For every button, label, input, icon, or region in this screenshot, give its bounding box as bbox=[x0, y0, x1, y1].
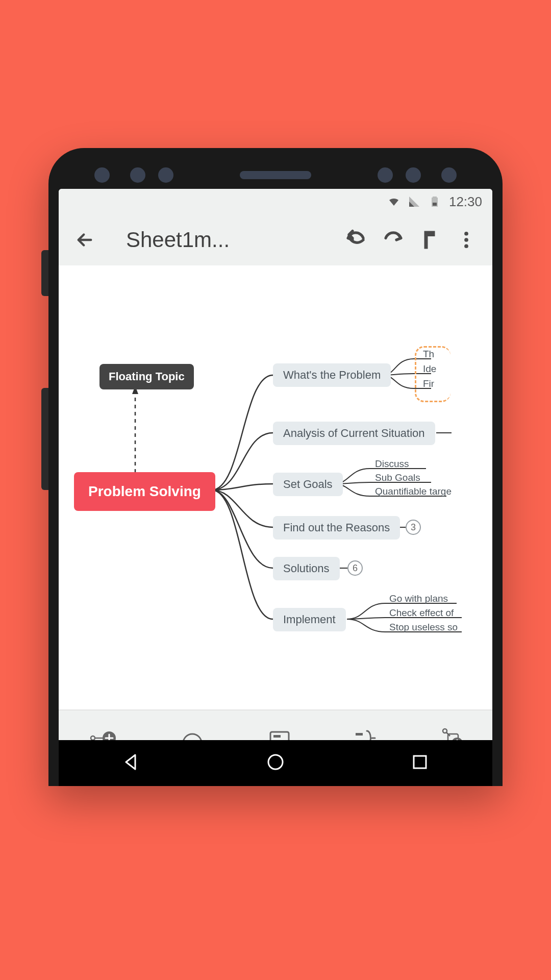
more-button[interactable] bbox=[456, 229, 477, 251]
undo-button[interactable] bbox=[345, 229, 367, 251]
battery-icon bbox=[429, 195, 441, 208]
leaf-node[interactable]: Check effect of bbox=[389, 607, 454, 619]
leaf-node[interactable]: Ide bbox=[423, 363, 436, 375]
wifi-icon bbox=[388, 195, 400, 208]
nav-recents-button[interactable] bbox=[409, 751, 431, 775]
mindmap-canvas[interactable]: Floating Topic Problem Solving What's th… bbox=[59, 265, 492, 709]
count-badge[interactable]: 6 bbox=[347, 560, 363, 576]
floating-topic-node[interactable]: Floating Topic bbox=[99, 364, 194, 389]
redo-button[interactable] bbox=[382, 229, 404, 251]
phone-frame: 12:30 Sheet1m... bbox=[48, 148, 503, 786]
svg-rect-23 bbox=[273, 735, 281, 738]
svg-rect-24 bbox=[356, 733, 363, 736]
count-badge[interactable]: 3 bbox=[406, 520, 421, 535]
phone-sensor bbox=[130, 167, 145, 183]
leaf-node[interactable]: Sub Goals bbox=[375, 472, 420, 483]
root-node[interactable]: Problem Solving bbox=[74, 472, 215, 511]
leaf-node[interactable]: Discuss bbox=[375, 458, 409, 470]
svg-point-2 bbox=[464, 244, 468, 248]
back-button[interactable] bbox=[74, 229, 95, 251]
document-title: Sheet1m... bbox=[126, 228, 330, 252]
svg-point-17 bbox=[91, 736, 95, 740]
phone-sensor bbox=[406, 167, 421, 183]
leaf-node[interactable]: Go with plans bbox=[389, 593, 448, 604]
nav-back-button[interactable] bbox=[120, 751, 142, 775]
leaf-node[interactable]: Th bbox=[423, 349, 434, 360]
branch-node[interactable]: Set Goals bbox=[273, 473, 343, 496]
phone-sensor bbox=[94, 167, 110, 183]
svg-point-1 bbox=[464, 238, 468, 242]
phone-sensor bbox=[441, 167, 457, 183]
branch-node[interactable]: Find out the Reasons bbox=[273, 516, 400, 540]
branch-node[interactable]: What's the Problem bbox=[273, 363, 391, 387]
signal-icon bbox=[408, 195, 420, 208]
status-time: 12:30 bbox=[449, 194, 482, 210]
phone-sensor bbox=[158, 167, 173, 183]
leaf-node[interactable]: Fir bbox=[423, 378, 434, 389]
svg-rect-30 bbox=[414, 756, 426, 768]
phone-sensor bbox=[378, 167, 393, 183]
leaf-node[interactable]: Stop useless so bbox=[389, 622, 458, 633]
branch-node[interactable]: Solutions bbox=[273, 557, 340, 580]
format-button[interactable] bbox=[419, 229, 440, 251]
branch-node[interactable]: Implement bbox=[273, 608, 346, 631]
app-bar: Sheet1m... bbox=[59, 214, 492, 265]
leaf-node[interactable]: Quantifiable targe bbox=[375, 486, 452, 497]
android-nav-bar bbox=[59, 740, 492, 786]
svg-point-26 bbox=[443, 729, 447, 733]
status-bar: 12:30 bbox=[59, 189, 492, 214]
nav-home-button[interactable] bbox=[264, 751, 287, 775]
side-button bbox=[41, 250, 48, 296]
phone-speaker bbox=[240, 171, 311, 179]
svg-point-29 bbox=[268, 755, 283, 769]
side-button bbox=[41, 388, 48, 490]
screen: 12:30 Sheet1m... bbox=[59, 189, 492, 786]
branch-node[interactable]: Analysis of Current Situation bbox=[273, 422, 435, 445]
svg-point-0 bbox=[464, 232, 468, 236]
